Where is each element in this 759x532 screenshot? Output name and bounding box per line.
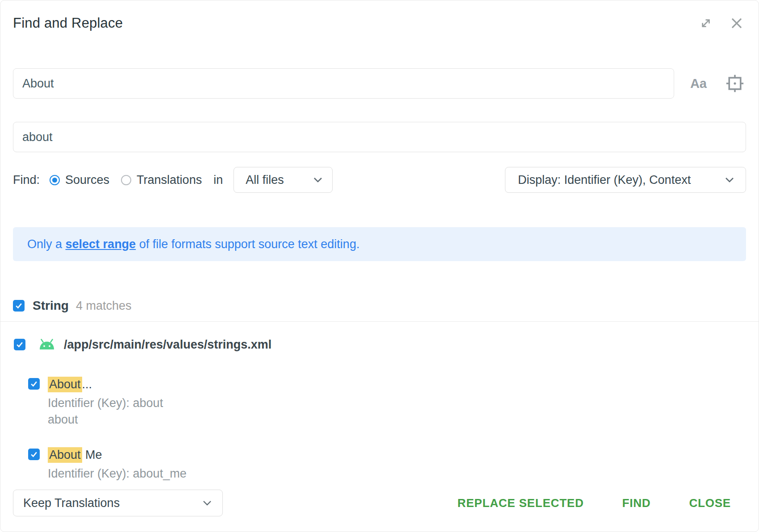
chevron-down-icon xyxy=(202,499,213,507)
dialog-header: Find and Replace xyxy=(13,13,746,33)
android-icon xyxy=(38,338,56,351)
string-group-row: String 4 matches xyxy=(13,299,746,312)
find-button[interactable]: FIND xyxy=(622,496,651,510)
chevron-down-icon xyxy=(724,176,735,184)
identifier-line: Identifier (Key): about xyxy=(48,396,163,410)
radio-sources-label: Sources xyxy=(65,173,109,187)
expand-icon[interactable] xyxy=(697,14,715,32)
banner-text-after: of file formats support source text edit… xyxy=(136,237,359,251)
source-line: about xyxy=(48,412,163,427)
find-and-replace-dialog: Find and Replace Aa xyxy=(0,0,759,532)
highlighted-term: About xyxy=(48,377,82,392)
radio-sources[interactable]: Sources xyxy=(50,173,109,187)
search-input[interactable] xyxy=(13,68,674,99)
find-label: Find: xyxy=(13,173,40,187)
footer-actions: REPLACE SELECTED FIND CLOSE xyxy=(458,496,731,510)
match-checkbox[interactable] xyxy=(28,449,40,460)
replace-input[interactable] xyxy=(13,122,746,152)
match-title-rest: Me xyxy=(82,448,102,461)
select-range-link[interactable]: select range xyxy=(66,237,136,251)
close-button[interactable]: CLOSE xyxy=(689,496,731,510)
file-scope-select[interactable]: All files xyxy=(234,167,333,193)
keep-translations-select[interactable]: Keep Translations xyxy=(13,490,223,516)
match-content: About Me Identifier (Key): about_me xyxy=(48,447,187,481)
match-title: About Me xyxy=(48,447,187,462)
match-content: About... Identifier (Key): about about xyxy=(48,377,163,427)
header-icons xyxy=(697,14,746,33)
radio-translations[interactable]: Translations xyxy=(121,173,202,187)
chevron-down-icon xyxy=(313,176,323,184)
file-checkbox[interactable] xyxy=(14,339,25,350)
highlighted-term: About xyxy=(48,447,82,463)
selection-scope-icon[interactable] xyxy=(724,72,746,95)
radio-unselected-icon xyxy=(121,175,131,185)
match-count: 4 matches xyxy=(76,299,132,313)
display-mode-select[interactable]: Display: Identifier (Key), Context xyxy=(505,167,746,193)
divider xyxy=(0,321,759,322)
dialog-title: Find and Replace xyxy=(13,15,123,31)
replace-row xyxy=(13,122,746,152)
match-title: About... xyxy=(48,377,163,392)
match-row: About... Identifier (Key): about about xyxy=(28,377,746,427)
dialog-footer: Keep Translations REPLACE SELECTED FIND … xyxy=(13,490,746,516)
options-row: Find: Sources Translations in All files … xyxy=(13,167,746,193)
match-title-rest: ... xyxy=(82,378,92,391)
close-icon[interactable] xyxy=(727,14,746,33)
banner-text-before: Only a xyxy=(27,237,66,251)
string-group-label: String xyxy=(33,299,69,313)
file-row: /app/src/main/res/values/strings.xml xyxy=(13,337,746,353)
file-path: /app/src/main/res/values/strings.xml xyxy=(64,338,271,352)
match-case-toggle[interactable]: Aa xyxy=(690,76,707,91)
radio-selected-icon xyxy=(50,175,60,185)
match-checkbox[interactable] xyxy=(28,378,40,390)
string-group-checkbox[interactable] xyxy=(13,300,25,312)
identifier-line: Identifier (Key): about_me xyxy=(48,466,187,481)
radio-translations-label: Translations xyxy=(137,173,202,187)
find-scope-options: Find: Sources Translations in All files xyxy=(13,167,333,193)
keep-translations-value: Keep Translations xyxy=(23,496,120,510)
search-row: Aa xyxy=(13,68,746,99)
display-mode-value: Display: Identifier (Key), Context xyxy=(518,173,691,187)
file-scope-value: All files xyxy=(246,173,284,187)
info-banner: Only a select range of file formats supp… xyxy=(13,227,746,261)
replace-selected-button[interactable]: REPLACE SELECTED xyxy=(458,496,584,510)
in-label: in xyxy=(213,173,223,187)
match-row: About Me Identifier (Key): about_me xyxy=(28,447,746,481)
